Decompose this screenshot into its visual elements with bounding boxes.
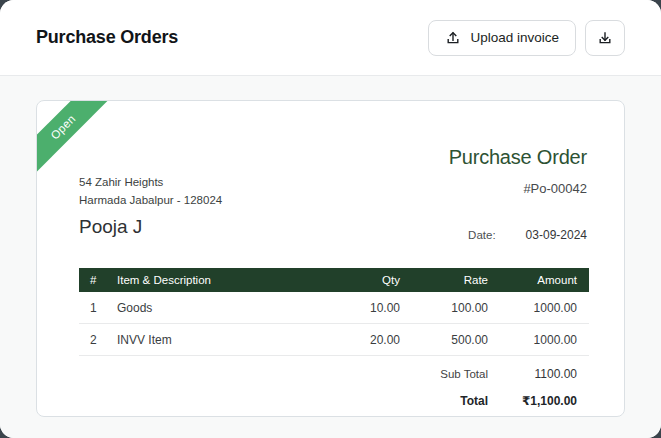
header-actions: Upload invoice: [428, 20, 625, 56]
status-ribbon-label: Open: [48, 112, 77, 141]
header-bar: Purchase Orders Upload invoice: [0, 0, 661, 76]
date-label: Date:: [468, 229, 496, 241]
table-row: 1 Goods 10.00 100.00 1000.00: [79, 292, 589, 324]
col-header-qty: Qty: [324, 274, 412, 286]
download-icon: [597, 30, 613, 46]
total-row: Total ₹1,100.00: [79, 387, 589, 414]
document-title: Purchase Order: [449, 145, 587, 169]
vendor-name: Pooja J: [79, 214, 222, 239]
cell-item: INVV Item: [117, 333, 324, 347]
upload-icon: [445, 30, 461, 46]
date-row: Date: 03-09-2024: [468, 228, 587, 242]
items-table: # Item & Description Qty Rate Amount 1 G…: [79, 268, 589, 414]
cell-item: Goods: [117, 301, 324, 315]
total-label: Total: [79, 394, 500, 408]
sub-total-row: Sub Total 1100.00: [79, 360, 589, 387]
col-header-amount: Amount: [500, 274, 589, 286]
col-header-rate: Rate: [412, 274, 500, 286]
download-button[interactable]: [585, 20, 625, 56]
cell-index: 1: [79, 301, 117, 315]
cell-amount: 1000.00: [500, 301, 589, 315]
sub-total-label: Sub Total: [79, 368, 500, 380]
date-value: 03-09-2024: [526, 228, 587, 242]
main-area: Open 54 Zahir Heights Harmada Jabalpur -…: [0, 76, 661, 438]
cell-qty: 20.00: [324, 333, 412, 347]
cell-amount: 1000.00: [500, 333, 589, 347]
document-header-section: 54 Zahir Heights Harmada Jabalpur - 1280…: [79, 101, 587, 242]
vendor-address-line2: Harmada Jabalpur - 128024: [79, 191, 222, 209]
col-header-item: Item & Description: [117, 274, 324, 286]
purchase-order-document[interactable]: Open 54 Zahir Heights Harmada Jabalpur -…: [36, 100, 625, 417]
table-header-row: # Item & Description Qty Rate Amount: [79, 268, 589, 292]
po-number: #Po-00042: [523, 181, 587, 197]
vendor-block: 54 Zahir Heights Harmada Jabalpur - 1280…: [79, 173, 222, 242]
cell-qty: 10.00: [324, 301, 412, 315]
upload-invoice-button[interactable]: Upload invoice: [428, 20, 576, 56]
upload-invoice-label: Upload invoice: [470, 30, 559, 45]
cell-rate: 500.00: [412, 333, 500, 347]
page-title: Purchase Orders: [36, 27, 178, 48]
total-value: ₹1,100.00: [500, 394, 589, 408]
purchase-orders-panel: Purchase Orders Upload invoice: [0, 0, 661, 438]
cell-rate: 100.00: [412, 301, 500, 315]
po-title-block: Purchase Order #Po-00042 Date: 03-09-202…: [449, 145, 587, 242]
col-header-index: #: [79, 274, 117, 286]
table-row: 2 INVV Item 20.00 500.00 1000.00: [79, 324, 589, 356]
cell-index: 2: [79, 333, 117, 347]
vendor-address-line1: 54 Zahir Heights: [79, 173, 222, 191]
sub-total-value: 1100.00: [500, 367, 589, 381]
